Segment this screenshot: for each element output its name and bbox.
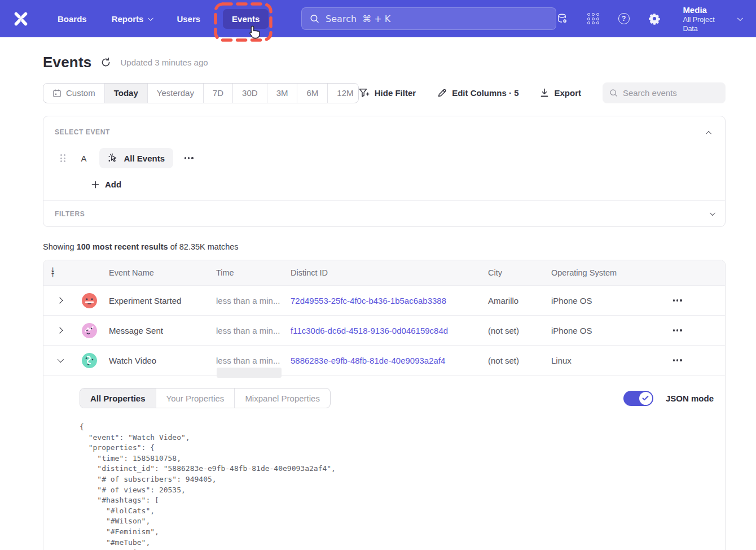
column-header-os[interactable]: Operating System — [551, 268, 658, 277]
filter-funnel-icon — [359, 88, 370, 98]
expand-row-button[interactable] — [43, 295, 76, 306]
export-button[interactable]: Export — [540, 88, 581, 98]
add-button-label: Add — [105, 180, 121, 189]
chevron-up-icon — [706, 131, 711, 137]
edit-columns-button[interactable]: Edit Columns · 5 — [437, 88, 518, 98]
top-navbar: Boards Reports Users Events — [0, 0, 756, 37]
json-mode-label: JSON mode — [666, 394, 714, 403]
nav-item-events[interactable]: Events — [223, 9, 269, 29]
date-range-yesterday[interactable]: Yesterday — [147, 84, 203, 103]
date-range-30d[interactable]: 30D — [232, 84, 267, 103]
toggle-knob — [639, 392, 652, 405]
nav-item-reports[interactable]: Reports — [104, 9, 160, 29]
date-range-7d[interactable]: 7D — [203, 84, 232, 103]
distinct-id-link[interactable]: 5886283e-e9fb-48fb-81de-40e9093a2af4 — [291, 356, 488, 365]
date-range-7d-label: 7D — [213, 88, 223, 98]
download-icon — [540, 88, 549, 98]
row-more-options-icon[interactable] — [670, 296, 685, 304]
hide-filter-button[interactable]: Hide Filter — [359, 88, 416, 98]
pencil-icon — [437, 88, 447, 98]
results-count: 100 most recent results — [77, 242, 168, 251]
sort-icon[interactable]: ↓↑ — [50, 268, 76, 278]
refresh-icon[interactable] — [100, 57, 111, 68]
column-header-distinct-id[interactable]: Distinct ID — [291, 268, 488, 277]
apps-grid-icon[interactable] — [587, 12, 599, 25]
date-range-custom[interactable]: Custom — [43, 84, 104, 103]
avatar — [81, 352, 98, 369]
help-icon[interactable] — [618, 12, 630, 25]
drag-handle-icon[interactable] — [60, 154, 65, 162]
distinct-id-link[interactable]: 72d49553-25fc-4f0c-b436-1b5ac6ab3388 — [291, 296, 488, 305]
tab-your-properties[interactable]: Your Properties — [156, 389, 235, 408]
tab-all-properties[interactable]: All Properties — [80, 389, 156, 408]
date-range-yesterday-label: Yesterday — [157, 88, 194, 98]
settings-gear-icon[interactable] — [648, 12, 661, 25]
time-cell-hover-highlight — [217, 368, 282, 378]
tab-your-properties-label: Your Properties — [166, 394, 225, 403]
tab-mixpanel-properties-label: Mixpanel Properties — [245, 394, 320, 403]
global-search-input[interactable] — [326, 14, 548, 24]
nav-item-users-label: Users — [177, 14, 200, 24]
table-row[interactable]: Experiment Started less than a min... 72… — [43, 285, 725, 315]
json-mode-toggle[interactable] — [623, 391, 653, 406]
results-suffix: of 82.35K matches — [168, 242, 239, 251]
table-row[interactable]: Message Sent less than a min... f11c30d6… — [43, 315, 725, 345]
date-range-12m-label: 12M — [337, 88, 353, 98]
date-range-today[interactable]: Today — [104, 84, 147, 103]
expand-row-button[interactable] — [43, 325, 76, 336]
nav-item-events-wrapper: Events — [223, 9, 269, 29]
filters-label: FILTERS — [55, 210, 85, 218]
event-more-options-icon[interactable] — [181, 154, 197, 162]
collapse-row-button[interactable] — [43, 355, 76, 366]
date-range-12m[interactable]: 12M — [327, 84, 358, 103]
event-row: A All Events — [55, 148, 714, 168]
chevron-down-icon — [148, 15, 153, 21]
add-event-button[interactable]: Add — [91, 180, 714, 189]
distinct-id-link[interactable]: f11c30d6-dc6d-4518-9136-0d046159c84d — [291, 326, 488, 335]
date-range-6m-label: 6M — [306, 88, 318, 98]
chevron-down-icon — [737, 15, 743, 21]
date-range-custom-label: Custom — [66, 88, 95, 98]
search-icon — [310, 14, 319, 24]
event-selector-pill[interactable]: All Events — [99, 148, 174, 168]
collapse-section-button[interactable] — [705, 125, 714, 139]
project-switcher[interactable]: Media All Project Data — [683, 5, 741, 33]
row-more-options-icon[interactable] — [670, 356, 685, 364]
last-updated-text: Updated 3 minutes ago — [120, 58, 208, 67]
event-time[interactable]: less than a min... — [216, 326, 291, 335]
events-table: ↓↑ Event Name Time Distinct ID City Oper… — [43, 260, 726, 550]
event-time[interactable]: less than a min... — [216, 356, 291, 365]
date-range-6m[interactable]: 6M — [297, 84, 327, 103]
search-events-field[interactable] — [603, 82, 726, 103]
mixpanel-logo-icon[interactable] — [12, 11, 29, 27]
event-pill-label: All Events — [124, 154, 165, 163]
results-prefix: Showing — [43, 242, 77, 251]
search-events-input[interactable] — [623, 88, 719, 98]
column-header-city[interactable]: City — [488, 268, 551, 277]
chevron-down-icon — [710, 210, 715, 216]
calendar-icon — [52, 89, 61, 98]
chevron-right-icon — [56, 297, 63, 303]
event-sparkle-cursor-icon — [108, 153, 118, 164]
row-more-options-icon[interactable] — [670, 326, 685, 334]
global-search-bar[interactable] — [301, 7, 556, 30]
data-management-icon[interactable] — [556, 12, 569, 25]
nav-item-users[interactable]: Users — [169, 9, 208, 29]
edit-columns-label: Edit Columns · 5 — [452, 88, 518, 98]
event-time[interactable]: less than a min... — [216, 296, 291, 305]
date-range-3m[interactable]: 3M — [267, 84, 297, 103]
nav-item-boards-label: Boards — [58, 14, 87, 24]
filters-section-toggle[interactable]: FILTERS — [43, 201, 725, 226]
column-header-time[interactable]: Time — [216, 268, 291, 277]
query-builder-card: SELECT EVENT A All Events — [43, 116, 726, 227]
city-value: (not set) — [488, 326, 551, 335]
os-value: iPhone OS — [551, 296, 658, 305]
table-row-expanded[interactable]: Watch Video less than a min... 5886283e-… — [43, 345, 725, 375]
search-icon — [609, 88, 618, 98]
nav-item-boards[interactable]: Boards — [50, 9, 95, 29]
tab-mixpanel-properties[interactable]: Mixpanel Properties — [234, 389, 330, 408]
column-header-event-name[interactable]: Event Name — [109, 268, 216, 277]
project-name: Media — [683, 5, 729, 15]
city-value: Amarillo — [488, 296, 551, 305]
tab-all-properties-label: All Properties — [90, 394, 146, 403]
